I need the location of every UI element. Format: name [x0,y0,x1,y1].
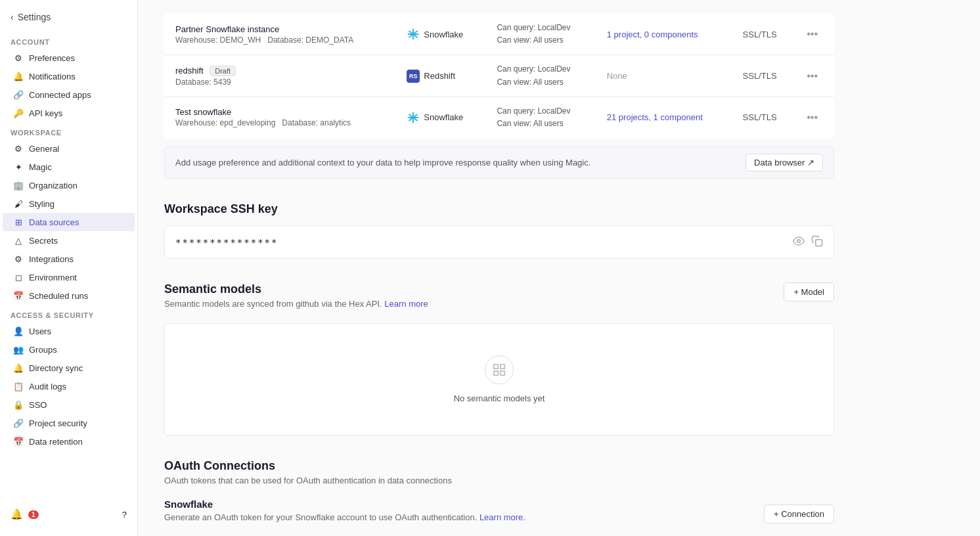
sidebar-item-data-sources[interactable]: ⊞ Data sources [3,213,135,231]
ds-enc-cell: SSL/TLS [732,14,797,55]
ds-enc-cell: SSL/TLS [732,97,797,138]
back-button[interactable]: ‹ Settings [0,8,137,32]
ssh-action-buttons [793,235,823,249]
sidebar-item-label: Integrations [29,254,74,264]
sidebar-item-notifications[interactable]: 🔔 Notifications [3,67,135,85]
audit-logs-icon: 📋 [13,381,24,391]
semantic-models-empty-state: No semantic models yet [164,323,834,436]
svg-point-0 [797,240,801,243]
sidebar-item-styling[interactable]: 🖌 Styling [3,194,135,213]
organization-icon: 🏢 [13,180,24,190]
sidebar-item-general[interactable]: ⚙ General [3,139,135,158]
ds-menu-cell: ••• [796,97,834,138]
project-security-icon: 🔗 [13,418,24,428]
notifications-icon: 🔔 [13,71,24,81]
sidebar-item-label: Project security [29,418,87,428]
ds-usage-cell: 1 project, 0 components [596,14,732,55]
oauth-description: OAuth tokens that can be used for OAuth … [164,476,834,485]
sidebar-item-integrations[interactable]: ⚙ Integrations [3,250,135,268]
sidebar-item-label: Scheduled runs [29,291,88,301]
sidebar-item-users[interactable]: 👤 Users [3,322,135,340]
table-row: Test snowflake Warehouse: epd_developing… [165,97,834,138]
preferences-icon: ⚙ [13,53,24,63]
ds-perms-cell: Can query: LocalDevCan view: All users [486,55,596,97]
ds-usage-cell: 21 projects, 1 component [596,97,732,138]
add-connection-button[interactable]: + Connection [764,504,834,524]
add-model-button[interactable]: + Model [784,282,834,302]
sidebar-bottom: 🔔 1 ? [0,501,137,528]
oauth-snowflake-title: Snowflake [164,499,525,510]
redshift-icon: RS [407,70,420,83]
sidebar-item-magic[interactable]: ✦ Magic [3,158,135,176]
row-menu-button[interactable]: ••• [807,112,818,123]
notification-badge: 1 [28,510,39,519]
sidebar-item-api-keys[interactable]: 🔑 API keys [3,104,135,122]
sidebar-item-data-retention[interactable]: 📅 Data retention [3,432,135,451]
sidebar-item-label: Connected apps [29,90,91,100]
show-ssh-key-button[interactable] [793,235,805,249]
ssh-key-box: *************** [164,225,834,259]
sidebar-item-label: General [29,144,59,154]
sidebar-item-label: Environment [29,273,77,282]
sidebar-item-preferences[interactable]: ⚙ Preferences [3,49,135,67]
sidebar-item-label: Styling [29,199,55,209]
sidebar-item-environment[interactable]: ◻ Environment [3,268,135,286]
integrations-icon: ⚙ [13,254,24,264]
row-menu-button[interactable]: ••• [807,70,818,81]
row-menu-button[interactable]: ••• [807,28,818,39]
sso-icon: 🔒 [13,399,24,410]
directory-sync-icon: 🔔 [13,363,24,373]
snowflake-learn-more-link[interactable]: Learn more. [479,512,525,522]
oauth-snowflake-header-row: Snowflake Generate an OAuth token for yo… [164,496,834,531]
scheduled-runs-icon: 📅 [13,290,24,301]
back-arrow-icon: ‹ [11,12,14,22]
help-icon[interactable]: ? [122,510,127,520]
ds-menu-cell: ••• [796,55,834,97]
oauth-snowflake-desc: Generate an OAuth token for your Snowfla… [164,512,525,522]
semantic-models-empty-icon [485,355,514,384]
oauth-section: OAuth Connections OAuth tokens that can … [164,459,834,536]
ds-name-cell: Partner Snowflake instance Warehouse: DE… [165,14,397,55]
copy-ssh-key-button[interactable] [811,235,823,249]
sidebar-item-label: Data sources [29,217,79,227]
table-row: Partner Snowflake instance Warehouse: DE… [165,14,834,55]
workspace-section-label: WORKSPACE [0,122,137,139]
snowflake-icon [407,111,420,124]
sidebar-item-sso[interactable]: 🔒 SSO [3,395,135,414]
sidebar-item-label: Users [29,326,51,336]
notice-text: Add usage preference and additional cont… [175,158,590,168]
ds-perms-cell: Can query: LocalDevCan view: All users [486,14,596,55]
ds-usage-cell: None [596,55,732,97]
sidebar-item-label: Organization [29,181,78,190]
sidebar-item-label: Groups [29,345,57,355]
sidebar-item-directory-sync[interactable]: 🔔 Directory sync [3,359,135,377]
data-retention-icon: 📅 [13,436,24,447]
semantic-models-title: Semantic models [164,282,428,296]
data-browser-button[interactable]: Data browser ↗ [746,154,823,171]
sidebar-item-project-security[interactable]: 🔗 Project security [3,414,135,432]
connected-apps-icon: 🔗 [13,89,24,100]
sidebar-item-groups[interactable]: 👥 Groups [3,340,135,359]
api-keys-icon: 🔑 [13,108,24,118]
groups-icon: 👥 [13,344,24,355]
bell-icon[interactable]: 🔔 [11,508,23,520]
secrets-icon: △ [13,235,24,246]
ds-type-cell: Snowflake [396,97,486,138]
sidebar-item-audit-logs[interactable]: 📋 Audit logs [3,377,135,395]
learn-more-link[interactable]: Learn more [384,299,428,309]
sidebar-item-scheduled-runs[interactable]: 📅 Scheduled runs [3,286,135,305]
styling-icon: 🖌 [13,198,24,209]
sidebar-item-label: Notifications [29,72,76,81]
snowflake-icon [407,28,420,41]
semantic-models-empty-text: No semantic models yet [454,393,545,403]
svg-rect-4 [501,371,504,375]
ds-type-cell: RS Redshift [396,55,486,97]
ds-menu-cell: ••• [796,14,834,55]
oauth-snowflake-subsection: Snowflake Generate an OAuth token for yo… [164,496,834,536]
notice-bar: Add usage preference and additional cont… [164,146,834,179]
sidebar-item-connected-apps[interactable]: 🔗 Connected apps [3,85,135,104]
ds-enc-cell: SSL/TLS [732,55,797,97]
sidebar-item-secrets[interactable]: △ Secrets [3,231,135,250]
svg-rect-2 [494,365,498,368]
sidebar-item-organization[interactable]: 🏢 Organization [3,176,135,194]
